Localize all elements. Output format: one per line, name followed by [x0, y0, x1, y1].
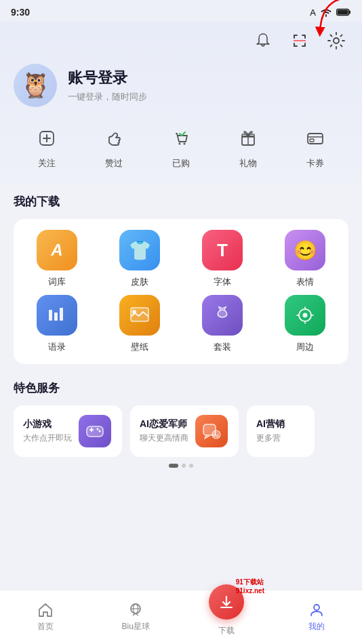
zhoubian-label: 周边: [296, 341, 314, 353]
action-yigou[interactable]: 已购: [166, 123, 196, 169]
status-icons: A: [310, 7, 351, 18]
svg-rect-17: [49, 310, 52, 321]
dot-2: [182, 464, 186, 468]
grid-item-ciku[interactable]: A 词库: [19, 230, 95, 288]
ciku-label: 词库: [48, 276, 66, 288]
special-section-title: 特色服务: [14, 380, 348, 396]
biu-nav-icon: [127, 602, 144, 618]
ai-mkt-title: AI营销: [256, 418, 285, 430]
grid-item-biaoqing[interactable]: 😊 表情: [267, 230, 343, 288]
scan-button[interactable]: [287, 28, 312, 53]
status-time: 9:30: [11, 7, 30, 18]
svg-point-21: [132, 310, 136, 314]
liwu-label: 礼物: [239, 157, 257, 169]
yigou-label: 已购: [172, 157, 190, 169]
grid-item-zhoubian[interactable]: 周边: [267, 295, 343, 353]
profile-subtitle: 一键登录，随时同步: [68, 91, 147, 103]
status-bar: 9:30 A: [0, 0, 362, 22]
home-nav-label: 首页: [37, 621, 54, 632]
svg-point-10: [183, 143, 185, 145]
svg-rect-2: [338, 10, 348, 15]
dot-1: [169, 464, 178, 468]
ai-mkt-subtitle: 更多营: [256, 432, 285, 444]
pifu-icon: 👕: [119, 230, 160, 270]
game-subtitle: 大作点开即玩: [23, 432, 72, 444]
ai-love-icon: AI: [195, 415, 228, 447]
quick-actions: 关注 赞过 已购 礼物 卡券: [14, 123, 348, 169]
scan-icon: [291, 32, 308, 49]
biaoqing-label: 表情: [296, 276, 314, 288]
services-row: 小游戏 大作点开即玩 AI恋爱军师 聊天更高情商 AI AI营销 更多营: [14, 405, 348, 457]
avatar-image: 🦉: [20, 71, 51, 100]
guanzhu-icon: [32, 123, 62, 153]
header-area: 🦉 账号登录 一键登录，随时同步 关注 赞过 已购: [0, 22, 362, 183]
settings-button[interactable]: [324, 28, 348, 53]
service-card-ai-mkt[interactable]: AI营销 更多营: [247, 405, 315, 457]
action-liwu[interactable]: 礼物: [233, 123, 263, 169]
grid-item-ziti[interactable]: T 字体: [184, 230, 260, 288]
svg-point-27: [97, 428, 99, 430]
bottom-nav: 首页 Biu星球 91下载站91ixz.net 下载: [0, 590, 362, 644]
svg-rect-14: [308, 134, 323, 144]
bell-icon: [254, 32, 272, 49]
special-section: 特色服务 小游戏 大作点开即玩 AI恋爱军师 聊天更高情商 AI AI营销: [0, 369, 362, 468]
zanguo-icon: [99, 123, 129, 153]
biaoqing-icon: 😊: [285, 230, 325, 270]
network-icon: A: [310, 7, 316, 18]
svg-point-28: [99, 430, 101, 432]
liwu-icon: [233, 123, 263, 153]
download-section: 我的下载 A 词库 👕 皮肤 T 字体 😊 表情: [0, 183, 362, 369]
service-card-ai-love[interactable]: AI恋爱军师 聊天更高情商 AI: [130, 405, 239, 457]
battery-icon: [336, 8, 351, 16]
taozhuang-icon: [202, 295, 243, 336]
dot-3: [189, 464, 193, 468]
mine-nav-label: 我的: [308, 621, 325, 632]
grid-item-taozhuang[interactable]: 套装: [184, 295, 260, 353]
notification-button[interactable]: [251, 28, 275, 53]
download-grid: A 词库 👕 皮肤 T 字体 😊 表情 语录: [14, 219, 348, 364]
action-kaquan[interactable]: 卡券: [300, 123, 330, 169]
svg-text:AI: AI: [214, 432, 219, 439]
service-card-game[interactable]: 小游戏 大作点开即玩: [14, 405, 122, 457]
nav-biu[interactable]: Biu星球: [91, 590, 182, 644]
top-icons-row: [14, 28, 348, 53]
svg-point-4: [334, 38, 339, 43]
bizhi-icon: [119, 295, 160, 336]
action-guanzhu[interactable]: 关注: [32, 123, 62, 169]
zanguo-label: 赞过: [105, 157, 123, 169]
wifi-icon: [320, 7, 332, 17]
svg-rect-18: [54, 313, 58, 321]
profile-title[interactable]: 账号登录: [68, 68, 147, 88]
yulu-icon: [37, 295, 77, 336]
nav-mine[interactable]: 我的: [272, 590, 363, 644]
avatar[interactable]: 🦉: [14, 64, 57, 107]
svg-rect-1: [349, 11, 351, 14]
zhoubian-icon: [285, 295, 325, 336]
guanzhu-label: 关注: [38, 157, 56, 169]
pifu-label: 皮肤: [131, 276, 148, 288]
biu-nav-label: Biu星球: [122, 621, 150, 632]
nav-home[interactable]: 首页: [0, 590, 91, 644]
game-title: 小游戏: [23, 418, 72, 430]
action-zanguo[interactable]: 赞过: [99, 123, 129, 169]
ziti-label: 字体: [214, 276, 231, 288]
kaquan-icon: [300, 123, 330, 153]
ciku-icon: A: [37, 230, 77, 270]
grid-item-yulu[interactable]: 语录: [19, 295, 95, 353]
grid-item-pifu[interactable]: 👕 皮肤: [102, 230, 178, 288]
svg-point-36: [314, 605, 319, 610]
nav-download[interactable]: 91下载站91ixz.net 下载: [181, 590, 272, 644]
mine-nav-icon: [308, 602, 325, 618]
ziti-icon: T: [202, 230, 243, 270]
ai-love-subtitle: 聊天更高情商: [140, 432, 188, 444]
yulu-label: 语录: [48, 341, 66, 353]
ai-love-card-text: AI恋爱军师 聊天更高情商: [140, 418, 188, 444]
svg-point-9: [178, 143, 180, 145]
ai-mkt-card-text: AI营销 更多营: [256, 418, 285, 444]
download-nav-icon: [218, 594, 235, 610]
grid-item-bizhi[interactable]: 壁纸: [102, 295, 178, 353]
download-section-title: 我的下载: [14, 194, 348, 209]
taozhuang-label: 套装: [214, 341, 231, 353]
game-card-text: 小游戏 大作点开即玩: [23, 418, 72, 444]
kaquan-label: 卡券: [306, 157, 324, 169]
